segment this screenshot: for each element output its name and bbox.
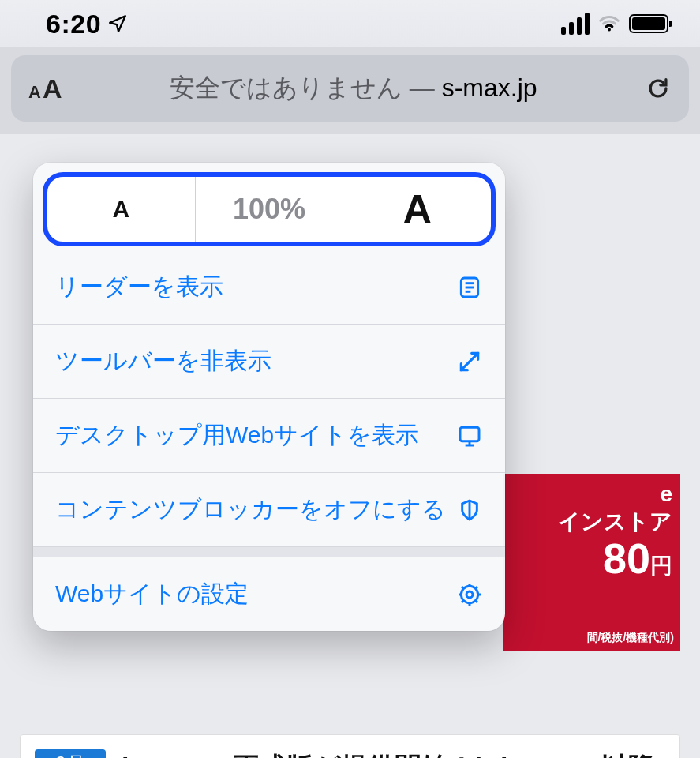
location-arrow-icon xyxy=(107,13,128,34)
menu-label: コンテンツブロッカーをオフにする xyxy=(55,493,446,526)
svg-line-16 xyxy=(462,600,463,602)
zoom-level-button[interactable]: 100% xyxy=(196,177,343,242)
reader-icon xyxy=(456,274,483,301)
desktop-icon xyxy=(456,422,483,449)
menu-item-content-blocker[interactable]: コンテンツブロッカーをオフにする xyxy=(33,473,505,546)
menu-item-desktop-site[interactable]: デスクトップ用Webサイトを表示 xyxy=(33,399,505,472)
expand-icon xyxy=(456,348,483,375)
svg-line-15 xyxy=(476,600,477,602)
article-card[interactable]: 9月 20 iOS 13の正式版が提供開始！iPhone 6s以降やiPod t… xyxy=(20,734,680,758)
wifi-icon xyxy=(597,12,621,36)
gear-icon xyxy=(456,581,483,608)
svg-point-0 xyxy=(608,28,611,32)
svg-line-14 xyxy=(462,587,463,588)
menu-list: リーダーを表示 ツールバーを非表示 デスクトップ用Webサイトを表示 コンテンツ… xyxy=(33,250,505,631)
security-text: 安全ではありません xyxy=(170,73,402,102)
url-domain: s-max.jp xyxy=(442,73,537,102)
ad-banner: e インストア 80円 間/税抜/機種代別) xyxy=(503,474,680,651)
menu-label: Webサイトの設定 xyxy=(55,578,249,610)
article-title: iOS 13の正式版が提供開始！iPhone 6s以降やiPod touch（第… xyxy=(122,749,665,758)
zoom-increase-button[interactable]: A xyxy=(343,177,491,242)
cellular-signal-icon xyxy=(561,13,590,35)
shield-icon xyxy=(456,497,483,523)
svg-rect-5 xyxy=(460,427,479,441)
zoom-control: A 100% A xyxy=(43,172,496,246)
aa-small: A xyxy=(28,82,41,103)
battery-icon xyxy=(629,14,668,33)
date-badge: 9月 20 xyxy=(35,749,106,758)
svg-line-17 xyxy=(476,587,477,588)
status-time: 6:20 xyxy=(46,9,101,39)
menu-item-hide-toolbar[interactable]: ツールバーを非表示 xyxy=(33,325,505,398)
aa-large: A xyxy=(43,73,62,104)
url-bar[interactable]: AA 安全ではありません — s-max.jp xyxy=(11,55,689,122)
menu-item-reader[interactable]: リーダーを表示 xyxy=(33,250,505,324)
status-bar: 6:20 xyxy=(0,0,700,47)
svg-point-8 xyxy=(461,586,477,602)
menu-label: デスクトップ用Webサイトを表示 xyxy=(55,419,419,452)
page-settings-popover: A 100% A リーダーを表示 ツールバーを非表示 デスクトップ用Webサイト… xyxy=(33,163,505,631)
text-size-button[interactable]: AA xyxy=(28,73,62,104)
reload-button[interactable] xyxy=(645,75,672,102)
url-display[interactable]: 安全ではありません — s-max.jp xyxy=(62,71,645,106)
zoom-decrease-button[interactable]: A xyxy=(47,177,195,242)
menu-label: ツールバーを非表示 xyxy=(55,345,271,377)
svg-point-9 xyxy=(466,591,473,598)
menu-item-website-settings[interactable]: Webサイトの設定 xyxy=(33,557,505,631)
date-month: 9月 xyxy=(35,749,106,758)
menu-label: リーダーを表示 xyxy=(55,271,223,303)
